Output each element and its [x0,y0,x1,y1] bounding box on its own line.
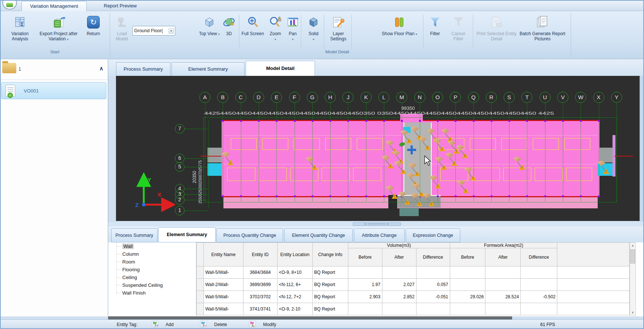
column-header[interactable]: After [382,248,416,266]
column-header[interactable]: Change Info [312,243,348,266]
entity-tag-marker[interactable] [394,161,408,175]
table-cell[interactable]: -0.051 [416,291,450,303]
view-tab-element-summary[interactable]: Element Summary [172,62,245,76]
tab-variation-management[interactable]: Variation Management [21,1,87,11]
entity-tag-marker[interactable] [412,183,426,198]
table-row[interactable]: Wall-5/Wall-3702/3702<N-12, 7+2BQ Report… [197,291,630,303]
table-row[interactable]: Wall-2/Wall-3699/3699<N-112, 6+BQ Report… [197,279,630,291]
column-header[interactable]: Before [348,248,382,266]
export-project-button[interactable]: Export Project after Variation ▾ [37,13,80,42]
panel-bottom-scrollbar[interactable] [108,316,512,319]
tree-item-wall[interactable]: Wall [111,242,196,250]
column-header[interactable]: Entity ID [243,243,277,266]
table-cell[interactable]: BQ Report [312,303,348,315]
table-cell[interactable] [521,279,557,291]
column-header[interactable]: After [485,248,521,266]
entity-tag-marker[interactable] [597,161,611,175]
table-cell[interactable] [485,303,521,315]
entity-tag-marker[interactable] [398,191,412,206]
entity-tag-marker[interactable] [306,157,319,171]
combo-arrow-icon[interactable]: ▾ [169,28,174,34]
tree-item-ceiling[interactable]: Ceiling [111,273,196,281]
table-cell[interactable]: 0.057 [416,279,450,291]
table-cell[interactable] [450,266,485,279]
row-header-corner[interactable] [557,243,630,266]
tree-item-column[interactable]: Column [111,250,196,258]
batch-generate-button[interactable]: Batch Generate Report Pictures [518,13,567,41]
pan-button[interactable]: Pan▾ [286,13,299,42]
summary-tab-element-summary[interactable]: Element Summary [158,227,216,242]
entity-tag-marker[interactable] [429,175,442,190]
table-cell[interactable]: -0.502 [521,291,557,303]
horizontal-splitter[interactable]: ◄ ▪▪▪▪▪▪▪▪▪▪▪▪▪▪▪▪ ► [108,221,644,226]
entity-tag-marker[interactable] [433,138,447,153]
sidebar-group-header[interactable]: 1 ∧ [0,60,108,80]
full-screen-button[interactable]: Full Screen [241,13,265,36]
table-vertical-scrollbar[interactable]: ∧ ∨ [630,242,636,316]
scroll-up-icon[interactable]: ∧ [630,243,635,249]
table-cell[interactable]: Wall-5/Wall- [203,303,243,315]
entity-tag-marker[interactable] [435,157,448,171]
table-cell[interactable]: 3702/3702 [243,291,277,303]
summary-tab-attribute-change[interactable]: Attribute Change [354,228,405,242]
table-cell[interactable]: Wall-2/Wall- [203,279,243,291]
collapse-chevron-icon[interactable]: ∧ [99,65,103,72]
scroll-down-icon[interactable]: ∨ [630,309,635,315]
table-cell[interactable]: <N-112, 6+ [277,279,312,291]
table-cell[interactable]: <O-9, 8+10 [277,266,312,279]
row-header[interactable] [197,279,204,291]
column-header[interactable]: Entity Location [277,243,312,266]
scrollbar-thumb[interactable] [630,249,635,263]
table-cell[interactable]: Wall-5/Wall- [203,291,243,303]
table-cell[interactable]: 29.026 [450,291,485,303]
table-cell[interactable] [521,266,557,279]
zoom-button[interactable]: Zoom▾ [265,13,285,42]
column-header[interactable]: Before [450,248,485,266]
column-header[interactable]: Volume(m3) [348,243,450,248]
entity-tag-marker[interactable] [513,157,527,171]
model-canvas[interactable]: ABCDEFGHJKLMNOPQRSTUVWXY9935044254450445… [116,76,640,221]
tree-item-flooring[interactable]: Flooring [111,266,196,273]
entity-tag-marker[interactable] [457,180,470,195]
table-cell[interactable]: 28.524 [485,291,521,303]
delete-tag-icon[interactable]: − [200,321,207,328]
column-header[interactable]: Formwork Area(m2) [450,243,557,248]
summary-tab-process-summary[interactable]: Process Summary [111,228,157,242]
tree-item-wall-finish[interactable]: Wall Finish [111,289,196,297]
splitter-handle[interactable]: ◄ ▪▪▪▪▪▪▪▪▪▪▪▪▪▪▪▪ ► [353,222,401,226]
view-tab-model-detail[interactable]: Model Detail [246,61,315,76]
entity-tag-marker[interactable] [456,145,469,160]
view-tab-process-summary[interactable]: Process Summary [116,62,170,76]
table-cell[interactable]: <N-12, 7+2 [277,291,312,303]
floor-selector[interactable]: Ground Floor( ▾ [132,26,175,36]
table-cell[interactable]: 3684/3684 [243,266,277,279]
add-tag-icon[interactable]: + [152,321,159,328]
row-header[interactable] [197,291,204,303]
modify-tag-icon[interactable]: ▲ [249,321,256,328]
variation-analysis-button[interactable]: Σ Variation Analysis [4,13,36,41]
canvas-vertical-scrollbar[interactable] [640,76,644,221]
table-cell[interactable] [485,266,521,279]
layer-settings-button[interactable]: Layer Settings [327,13,350,41]
entity-tag-marker[interactable] [222,152,235,167]
table-cell[interactable]: 2.027 [382,279,416,291]
table-cell[interactable] [416,266,450,279]
top-view-button[interactable]: Top View ▾ [199,13,220,37]
table-cell[interactable]: 3741/3741 [243,303,277,315]
app-menu-button[interactable] [2,0,17,10]
table-cell[interactable] [521,303,557,315]
column-header[interactable]: Entity Name [203,243,243,266]
table-cell[interactable] [416,303,450,315]
table-cell[interactable]: <O-9, 2-10 [277,303,312,315]
summary-tab-process-quantity-change[interactable]: Process Quantity Change [216,228,283,242]
show-floor-plan-button[interactable]: Show Floor Plan ▾ [382,13,417,37]
return-button[interactable]: ↻ Return [82,13,104,36]
tree-item-room[interactable]: Room [111,258,196,266]
table-cell[interactable]: 2.903 [348,291,382,303]
entity-tag-marker[interactable] [386,185,399,200]
summary-tab-expression-change[interactable]: Expression Change [406,228,460,242]
table-row[interactable]: Wall-5/Wall-3684/3684<O-9, 8+10BQ Report [197,266,630,279]
table-cell[interactable]: BQ Report [312,279,348,291]
table-cell[interactable] [348,266,382,279]
tab-report-preview[interactable]: Report Preview [96,1,145,11]
